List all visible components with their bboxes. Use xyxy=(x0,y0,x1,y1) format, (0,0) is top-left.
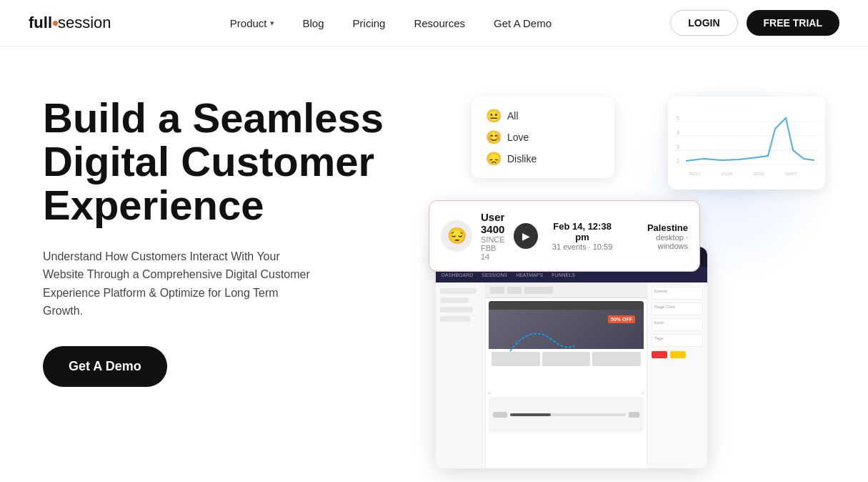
session-user-label: User 3400 xyxy=(481,211,505,235)
hero-cta-button[interactable]: Get A Demo xyxy=(43,346,167,387)
logo-full: full xyxy=(29,14,52,32)
dashboard-main: 50% OFF xyxy=(486,298,647,468)
chart-inner: 5 4 3 2 01/17 01/24 01/31 02/07 xyxy=(668,97,825,190)
nav-links: Product ▾ Blog Pricing Resources Get A D… xyxy=(219,11,563,35)
session-country-label: Palestine xyxy=(627,222,688,233)
chevron-down-icon: ▾ xyxy=(270,19,274,28)
progress-fill xyxy=(510,413,551,416)
svg-text:3: 3 xyxy=(677,144,679,149)
free-trial-button[interactable]: FREE TRIAL xyxy=(747,10,839,36)
session-location: Palestine desktop · windows xyxy=(627,222,688,250)
progress-bar xyxy=(510,413,626,416)
svg-text:4: 4 xyxy=(677,130,679,135)
logo-dot xyxy=(53,21,58,26)
dislike-emoji-icon: 😞 xyxy=(486,151,502,167)
sidebar-item-3 xyxy=(440,307,473,313)
chart-card: 5 4 3 2 01/17 01/24 01/31 02/07 xyxy=(668,97,825,190)
sidebar-item-2 xyxy=(440,297,469,303)
svg-text:2: 2 xyxy=(677,159,679,164)
product-1 xyxy=(492,352,540,366)
dashboard-content: 50% OFF xyxy=(486,282,647,468)
video-area: 50% OFF xyxy=(489,301,644,394)
hero-heading: Build a Seamless Digital Customer Experi… xyxy=(43,97,400,227)
sidebar-item-4 xyxy=(440,316,471,322)
sidebar-item-1 xyxy=(440,288,477,294)
sentiment-dislike: 😞 Dislike xyxy=(486,151,600,167)
dash-nav-4: FUNNELS xyxy=(552,272,575,277)
svg-text:02/07: 02/07 xyxy=(786,172,797,176)
play-icon: ▶ xyxy=(522,230,530,242)
hero-text: Build a Seamless Digital Customer Experi… xyxy=(43,89,400,387)
dashboard-toolbar xyxy=(486,282,647,298)
dashboard-body: 50% OFF xyxy=(436,282,707,468)
session-since-label: SINCE FBB 14 xyxy=(481,235,505,261)
control-btn-2 xyxy=(629,412,639,418)
dash-nav-1: DASHBOARD xyxy=(442,272,473,277)
hero-visuals: 😐 All 😊 Love 😞 Dislike xyxy=(429,89,825,482)
session-date: Feb 14, 12:38 pm 31 events · 10:59 xyxy=(547,221,618,251)
sentiment-all: 😐 All xyxy=(486,108,600,124)
navigation: fullsession Product ▾ Blog Pricing Resou… xyxy=(0,0,868,46)
all-emoji-icon: 😐 xyxy=(486,108,502,124)
dash-nav-2: SESSIONS xyxy=(482,272,507,277)
svg-text:01/31: 01/31 xyxy=(754,172,765,176)
logo[interactable]: fullsession xyxy=(29,14,111,32)
product-2 xyxy=(542,352,591,366)
site-hero: 50% OFF xyxy=(489,310,644,349)
session-avatar: 😔 xyxy=(441,220,472,252)
panel-item-4: Tags xyxy=(652,334,703,347)
session-os-label: desktop · windows xyxy=(627,233,688,250)
tool-btn-1 xyxy=(490,287,504,294)
session-card: 😔 User 3400 SINCE FBB 14 ▶ Feb 14, 12:38… xyxy=(429,200,700,272)
logo-session: session xyxy=(58,14,111,32)
tag-red xyxy=(652,351,667,358)
panel-item-3: Error xyxy=(652,318,703,331)
nav-product[interactable]: Product ▾ xyxy=(219,11,286,35)
login-button[interactable]: LOGIN xyxy=(670,10,737,36)
session-play-button[interactable]: ▶ xyxy=(514,223,538,249)
session-date-label: Feb 14, 12:38 pm xyxy=(547,221,618,242)
dashboard-right-panel: Events Rage Click Error Tags xyxy=(647,282,707,468)
panel-item-2: Rage Click xyxy=(652,303,703,315)
nav-resources[interactable]: Resources xyxy=(402,11,477,35)
tool-btn-2 xyxy=(507,287,522,294)
product-3 xyxy=(592,352,641,366)
hero-subtext: Understand How Customers Interact With Y… xyxy=(43,247,314,320)
hero-section: Build a Seamless Digital Customer Experi… xyxy=(0,46,868,482)
nav-demo[interactable]: Get A Demo xyxy=(482,11,563,35)
panel-item-1: Events xyxy=(652,287,703,300)
tag-yellow xyxy=(670,351,686,358)
svg-text:01/24: 01/24 xyxy=(722,172,733,176)
panel-tags xyxy=(652,351,703,358)
session-events-label: 31 events · 10:59 xyxy=(547,242,618,251)
website-mockup: 50% OFF xyxy=(489,301,644,394)
dash-nav-3: HEATMAPS xyxy=(516,272,543,277)
playback-controls xyxy=(489,397,644,433)
nav-blog[interactable]: Blog xyxy=(291,11,336,35)
sentiment-card: 😐 All 😊 Love 😞 Dislike xyxy=(472,97,614,178)
svg-text:01/17: 01/17 xyxy=(689,172,701,176)
analytics-chart: 5 4 3 2 01/17 01/24 01/31 02/07 xyxy=(675,104,818,182)
tool-btn-3 xyxy=(524,287,553,294)
love-emoji-icon: 😊 xyxy=(486,129,502,145)
sentiment-love: 😊 Love xyxy=(486,129,600,145)
dashboard-sidebar xyxy=(436,282,486,468)
session-user-info: User 3400 SINCE FBB 14 xyxy=(481,211,505,261)
dashboard-card: fullsession DASHBOARD SESSIONS HEATMAPS … xyxy=(436,247,707,468)
site-products xyxy=(489,349,644,369)
control-btn-1 xyxy=(493,412,507,418)
svg-text:5: 5 xyxy=(677,116,679,121)
nav-pricing[interactable]: Pricing xyxy=(341,11,397,35)
sale-badge: 50% OFF xyxy=(608,315,635,323)
site-header xyxy=(489,301,644,310)
nav-actions: LOGIN FREE TRIAL xyxy=(670,10,839,36)
